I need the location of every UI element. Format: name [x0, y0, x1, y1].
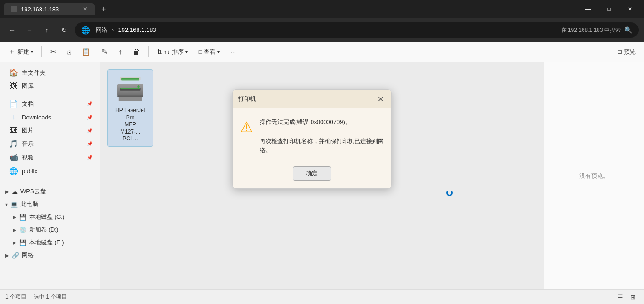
- rename-icon: ✎: [102, 47, 107, 56]
- sidebar-item-docs[interactable]: 📄 文档 📌: [2, 97, 98, 110]
- view-toggle: ☰ ⊞: [614, 293, 639, 302]
- up-button[interactable]: ↑: [40, 23, 54, 37]
- sidebar-home-label: 主文件夹: [22, 69, 46, 77]
- dialog-body: ⚠ 操作无法完成(错误 0x00000709)。 再次检查打印机名称，并确保打印…: [233, 108, 391, 163]
- new-chevron-icon: ▾: [31, 49, 33, 54]
- dialog-close-icon: ✕: [378, 95, 383, 103]
- thispc-expand-icon: ▾: [5, 202, 8, 207]
- dialog-close-button[interactable]: ✕: [375, 93, 386, 104]
- view-label: 查看: [204, 48, 215, 56]
- tab-close-icon[interactable]: ✕: [83, 6, 87, 12]
- sidebar-section-localc[interactable]: ▶ 💾 本地磁盘 (C:): [0, 211, 100, 223]
- home-icon: 🏠: [9, 68, 18, 77]
- wps-cloud-icon: ☁: [12, 188, 18, 195]
- browser-tab[interactable]: 192.168.1.183 ✕: [4, 3, 95, 15]
- cut-icon: ✂: [50, 47, 56, 56]
- sidebar-localc-label: 本地磁盘 (C:): [29, 213, 64, 221]
- preview-icon: ⊡: [617, 48, 622, 55]
- sidebar-item-public[interactable]: 🌐 public: [2, 165, 98, 178]
- downloads-pin-icon: 📌: [87, 115, 92, 120]
- locale-icon: 💾: [19, 239, 26, 246]
- cut-button[interactable]: ✂: [46, 45, 61, 58]
- dialog-message: 操作无法完成(错误 0x00000709)。 再次检查打印机名称，并确保打印机已…: [260, 118, 384, 155]
- dialog-titlebar: 打印机 ✕: [233, 90, 391, 108]
- gallery-icon: 🖼: [9, 82, 18, 90]
- dialog-error-detail: 再次检查打印机名称，并确保打印机已连接到网络。: [260, 137, 384, 156]
- preview-button[interactable]: ⊡ 预览: [613, 46, 640, 58]
- sidebar-section-wps[interactable]: ▶ ☁ WPS云盘: [0, 185, 100, 198]
- forward-button[interactable]: →: [23, 23, 36, 37]
- copy-icon: ⎘: [67, 48, 71, 56]
- sidebar-item-photos[interactable]: 🖼 图片 📌: [2, 124, 98, 137]
- printer-error-dialog: 打印机 ✕ ⚠ 操作无法完成(错误 0x00000709)。 再次检查打印机名称…: [232, 89, 392, 189]
- breadcrumb-network[interactable]: 网络: [94, 26, 109, 34]
- dialog-ok-button[interactable]: 确定: [293, 166, 331, 181]
- locale-expand-icon: ▶: [13, 240, 16, 245]
- sidebar-gallery-label: 图库: [22, 82, 34, 90]
- grid-view-button[interactable]: ⊞: [628, 293, 639, 302]
- network-icon: 🔗: [12, 252, 19, 259]
- sidebar-item-home[interactable]: 🏠 主文件夹: [2, 66, 98, 79]
- delete-icon: 🗑: [133, 48, 140, 56]
- sidebar-item-gallery[interactable]: 🖼 图库: [2, 80, 98, 93]
- preview-label: 预览: [624, 48, 636, 56]
- sidebar-network-label: 网络: [22, 251, 34, 259]
- tab-title: 192.168.1.183: [21, 6, 59, 13]
- sidebar: 🏠 主文件夹 🖼 图库 📄 文档 📌 ↓ Downloads 📌 🖼 图片 📌 …: [0, 62, 100, 289]
- rename-button[interactable]: ✎: [97, 45, 112, 58]
- new-tab-button[interactable]: +: [98, 5, 109, 14]
- status-bar: 1 个项目 选中 1 个项目 ☰ ⊞: [0, 289, 644, 304]
- music-icon: 🎵: [9, 139, 18, 148]
- window-controls: — □ ✕: [578, 2, 640, 16]
- new-label: 新建: [17, 48, 29, 56]
- more-button[interactable]: ···: [226, 46, 240, 57]
- sidebar-section-thispc[interactable]: ▾ 💻 此电脑: [0, 198, 100, 211]
- video-icon: 📹: [9, 153, 18, 162]
- breadcrumb-ip[interactable]: 192.168.1.183: [117, 26, 158, 34]
- minimize-button[interactable]: —: [578, 2, 598, 16]
- refresh-button[interactable]: ↻: [57, 23, 71, 37]
- sort-chevron-icon: ▾: [185, 49, 188, 54]
- sidebar-section-locale[interactable]: ▶ 💾 本地磁盘 (E:): [0, 236, 100, 249]
- view-icon: □: [199, 48, 202, 55]
- sidebar-item-video[interactable]: 📹 视频 📌: [2, 151, 98, 164]
- back-button[interactable]: ←: [5, 23, 19, 37]
- main-layout: 🏠 主文件夹 🖼 图库 📄 文档 📌 ↓ Downloads 📌 🖼 图片 📌 …: [0, 62, 644, 289]
- maximize-button[interactable]: □: [598, 2, 619, 16]
- list-view-button[interactable]: ☰: [614, 293, 626, 302]
- warning-icon: ⚠: [240, 119, 253, 136]
- close-button[interactable]: ✕: [619, 2, 640, 16]
- search-icon[interactable]: 🔍: [624, 26, 632, 34]
- sort-button[interactable]: ⇅ ↑↓ 排序 ▾: [153, 46, 192, 58]
- sidebar-item-downloads[interactable]: ↓ Downloads 📌: [2, 111, 98, 124]
- separator-1: [41, 46, 42, 57]
- new-button[interactable]: ＋ 新建 ▾: [4, 45, 38, 59]
- dialog-footer: 确定: [233, 163, 391, 188]
- docs-pin-icon: 📌: [87, 101, 92, 106]
- view-chevron-icon: ▾: [217, 49, 220, 54]
- sidebar-photos-label: 图片: [22, 126, 34, 134]
- right-panel: 没有预览。: [544, 62, 644, 289]
- more-icon: ···: [230, 48, 235, 55]
- delete-button[interactable]: 🗑: [128, 46, 145, 58]
- pc-icon: 💻: [10, 201, 18, 208]
- breadcrumb: 网络 › 192.168.1.183: [94, 26, 158, 34]
- new-icon: ＋: [8, 47, 15, 57]
- browser-chrome: 192.168.1.183 ✕ + — □ ✕: [0, 0, 644, 18]
- location-icon: 🌐: [81, 26, 90, 35]
- sidebar-public-label: public: [22, 168, 37, 175]
- share-button[interactable]: ↑: [114, 46, 127, 58]
- view-button[interactable]: □ 查看 ▾: [194, 46, 225, 58]
- sidebar-thispc-label: 此电脑: [20, 200, 38, 208]
- sidebar-item-music[interactable]: 🎵 音乐 📌: [2, 137, 98, 150]
- public-icon: 🌐: [9, 167, 18, 175]
- address-input[interactable]: 🌐 网络 › 192.168.1.183 在 192.168.1.183 中搜索…: [75, 22, 639, 38]
- photos-pin-icon: 📌: [87, 128, 92, 133]
- copy-button[interactable]: ⎘: [62, 46, 75, 58]
- dialog-overlay: 打印机 ✕ ⚠ 操作无法完成(错误 0x00000709)。 再次检查打印机名称…: [100, 62, 544, 289]
- sort-icon: ⇅: [157, 48, 162, 55]
- sidebar-wps-label: WPS云盘: [20, 187, 46, 196]
- sidebar-section-network[interactable]: ▶ 🔗 网络: [0, 249, 100, 262]
- paste-button[interactable]: 📋: [77, 45, 95, 58]
- sidebar-section-newvold[interactable]: ▶ 💿 新加卷 (D:): [0, 223, 100, 236]
